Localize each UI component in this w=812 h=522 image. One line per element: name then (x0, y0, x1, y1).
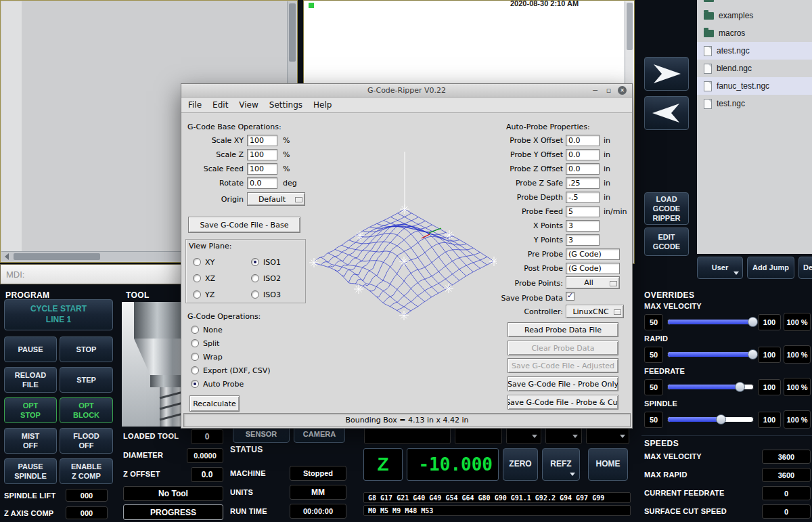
maximize-button[interactable]: ▫ (604, 86, 613, 95)
probe-depth-input[interactable]: -.5 (566, 192, 600, 203)
radio-iso1[interactable] (251, 258, 259, 266)
radio-xy[interactable] (193, 258, 201, 266)
scale-z-input[interactable]: 100 (247, 149, 277, 160)
rapid-slider[interactable] (667, 351, 754, 357)
probe-z-safe-input[interactable]: .25 (566, 177, 600, 189)
opt-stop-button[interactable]: OPT STOP (4, 397, 57, 423)
override-min-button[interactable]: 50 (644, 314, 663, 330)
menu-help[interactable]: Help (308, 99, 337, 111)
scale-xy-input[interactable]: 100 (247, 135, 277, 146)
radio-wrap[interactable] (191, 353, 199, 361)
edit-gcode-button[interactable]: EDIT GCODE (644, 227, 689, 256)
vscroll-thumb[interactable] (289, 3, 296, 62)
menu-view[interactable]: View (233, 99, 263, 111)
menu-settings[interactable]: Settings (264, 99, 308, 111)
slider-handle[interactable] (735, 382, 745, 392)
cycle-start-button[interactable]: CYCLE START LINE 1 (4, 299, 113, 330)
file-item[interactable]: macros (697, 24, 812, 42)
probe-x-offset-input[interactable]: 0.0 (566, 135, 600, 146)
gcode-plot-canvas[interactable] (309, 119, 497, 409)
scale-feed-input[interactable]: 100 (247, 163, 277, 175)
post-probe-input[interactable]: (G Code) (566, 263, 620, 274)
radio-split[interactable] (191, 339, 199, 347)
radio-export[interactable] (191, 366, 199, 374)
pause-button[interactable]: PAUSE (4, 336, 57, 362)
mist-button[interactable]: MIST OFF (4, 428, 57, 454)
probe-y-offset-input[interactable]: 0.0 (566, 149, 600, 160)
editor-scroll-thumb[interactable] (627, 3, 633, 50)
radio-xz[interactable] (193, 274, 201, 282)
step-button[interactable]: STEP (60, 367, 113, 393)
dialog-titlebar[interactable]: G-Code-Ripper V0.22 − ▫ ✕ (181, 84, 632, 97)
controller-dropdown[interactable]: LinuxCNC (566, 305, 624, 318)
user-menu-button[interactable]: User (697, 257, 743, 279)
file-item-partial[interactable] (697, 0, 812, 7)
radio-yz[interactable] (193, 290, 201, 299)
file-item[interactable]: atest.ngc (697, 42, 812, 60)
slider-handle[interactable] (716, 414, 726, 425)
menu-edit[interactable]: Edit (207, 99, 233, 111)
override-min-button[interactable]: 50 (644, 347, 663, 363)
home-button[interactable]: HOME (588, 448, 628, 481)
override-max-button[interactable]: 100 (758, 347, 781, 363)
origin-dropdown[interactable]: Default (247, 192, 305, 206)
file-item-label: blend.ngc (717, 64, 752, 73)
spindle-slider[interactable] (667, 416, 754, 422)
save-adjusted-button[interactable]: Save G-Code File - Adjusted (508, 358, 618, 373)
recalculate-button[interactable]: Recalculate (189, 395, 240, 412)
save-base-button[interactable]: Save G-Code File - Base (188, 217, 300, 233)
hscroll-thumb[interactable] (14, 253, 100, 260)
override-min-button[interactable]: 50 (644, 412, 663, 428)
runtime-label: RUN TIME (230, 507, 267, 515)
save-probe-only-button[interactable]: Save G-Code File - Probe Only (508, 376, 618, 391)
override-max-button[interactable]: 100 (758, 379, 781, 395)
close-button[interactable]: ✕ (618, 86, 627, 95)
file-item[interactable]: test.ngc (697, 95, 812, 112)
y-points-input[interactable]: 3 (566, 234, 600, 246)
opt-block-button[interactable]: OPT BLOCK (60, 397, 113, 423)
file-item[interactable]: examples (697, 7, 812, 24)
radio-auto-probe[interactable] (191, 380, 199, 388)
probe-feed-input[interactable]: 5 (566, 206, 600, 217)
refz-button[interactable]: REFZ (542, 448, 580, 481)
save-probe-cut-button[interactable]: Save G-Code File - Probe & Cut (508, 395, 618, 410)
slider-handle[interactable] (748, 317, 758, 327)
minimize-button[interactable]: − (591, 86, 600, 95)
clear-probe-data-button[interactable]: Clear Probe Data (508, 341, 618, 355)
override-max-button[interactable]: 100 (758, 314, 781, 330)
nav-back-button[interactable] (644, 96, 689, 130)
partial-button[interactable]: De (798, 257, 812, 279)
probe-x-offset-unit: in (604, 136, 610, 145)
radio-iso2[interactable] (251, 274, 259, 282)
reload-file-button[interactable]: RELOAD FILE (4, 367, 57, 393)
feedrate-slider[interactable] (667, 384, 754, 390)
add-jump-button[interactable]: Add Jump (747, 257, 794, 279)
radio-none[interactable] (191, 326, 199, 334)
probe-points-dropdown[interactable]: All (566, 276, 620, 289)
menu-file[interactable]: File (183, 99, 207, 111)
zero-button[interactable]: ZERO (503, 448, 538, 481)
pre-probe-input[interactable]: (G Code) (566, 248, 620, 260)
file-item[interactable]: blend.ngc (697, 60, 812, 77)
read-probe-data-button[interactable]: Read Probe Data File (508, 322, 618, 337)
probe-z-offset-input[interactable]: 0.0 (566, 163, 600, 175)
enable-z-comp-button[interactable]: ENABLE Z COMP (60, 458, 113, 484)
scroll-left-arrow-icon[interactable] (5, 253, 9, 260)
file-item-label: atest.ngc (717, 46, 750, 56)
editor-marker (309, 3, 314, 8)
radio-iso3[interactable] (251, 290, 259, 299)
rotate-input[interactable]: 0.0 (247, 177, 277, 189)
slider-handle[interactable] (748, 349, 758, 360)
nav-forward-button[interactable] (644, 57, 689, 91)
flood-button[interactable]: FLOOD OFF (60, 428, 113, 454)
file-item[interactable]: fanuc_test.ngc (697, 77, 812, 95)
x-points-input[interactable]: 3 (566, 220, 600, 232)
pause-spindle-button[interactable]: PAUSE SPINDLE (4, 458, 57, 484)
override-max-button[interactable]: 100 (758, 412, 781, 428)
max-velocity-slider[interactable] (667, 319, 754, 325)
load-gcode-ripper-button[interactable]: LOAD GCODE RIPPER (644, 192, 689, 225)
save-probe-data-checkbox[interactable] (566, 292, 574, 301)
file-browser[interactable]: examples macros atest.ngc blend.ngc fanu… (697, 0, 812, 254)
stop-button[interactable]: STOP (60, 336, 113, 362)
override-min-button[interactable]: 50 (644, 379, 663, 395)
